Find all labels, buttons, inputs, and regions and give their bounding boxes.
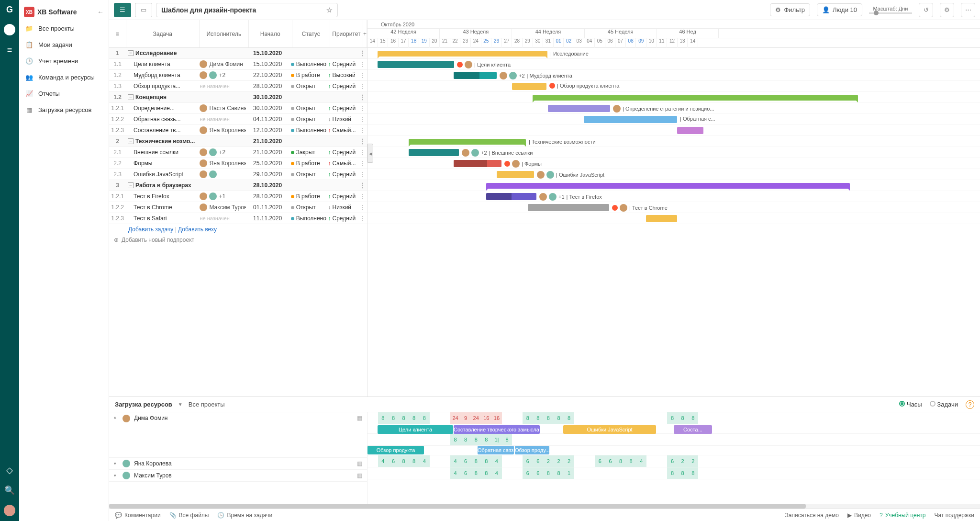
favorite-icon[interactable]: ☆ <box>326 6 333 14</box>
workload-cell[interactable] <box>595 412 605 424</box>
workload-cell[interactable] <box>399 467 409 479</box>
workload-cell[interactable]: 8 <box>554 412 564 424</box>
workload-cell[interactable]: 8 <box>481 455 492 467</box>
workload-cell[interactable] <box>584 412 595 424</box>
workload-cell[interactable] <box>646 467 657 479</box>
workload-cell[interactable]: 8 <box>481 467 492 479</box>
task-row[interactable]: 2 −Технические возмо... 21.10.2020 ⋮ <box>109 136 367 147</box>
gantt-view-button[interactable]: ☰ <box>114 3 131 17</box>
workload-cell[interactable]: 8 <box>388 412 399 424</box>
collapse-icon[interactable]: − <box>128 182 134 188</box>
workload-cell[interactable]: 6 <box>460 455 471 467</box>
row-menu-icon[interactable]: ⋮ <box>359 160 367 167</box>
col-owner[interactable]: Исполнитель <box>200 20 249 47</box>
gantt-bar[interactable]: | Обзор продукта клиента <box>512 83 546 90</box>
history-icon[interactable]: ↺ <box>919 3 933 17</box>
workload-cell[interactable]: 2 <box>543 455 554 467</box>
workload-cell[interactable]: 8 <box>543 467 554 479</box>
workload-cell[interactable] <box>584 467 595 479</box>
workload-cell[interactable] <box>636 467 646 479</box>
task-row[interactable]: 2.2 Формы Яна Королева 25.10.2020 В рабо… <box>109 158 367 169</box>
workload-cell[interactable] <box>646 412 657 424</box>
settings-icon[interactable]: ⚙ <box>940 3 954 17</box>
task-row[interactable]: 1.2.1 Определение... Настя Савина 30.10.… <box>109 103 367 114</box>
workload-cell[interactable]: 8 <box>543 412 554 424</box>
workload-taskbar[interactable]: Обзор проду... <box>515 446 549 454</box>
workload-cell[interactable] <box>430 412 440 424</box>
workload-cell[interactable] <box>626 412 636 424</box>
timeline-chart[interactable]: Октябрь 2020 42 Неделя43 Неделя44 Неделя… <box>368 20 980 396</box>
workload-cell[interactable] <box>430 434 440 445</box>
workload-cell[interactable] <box>574 467 585 479</box>
workload-cell[interactable] <box>574 412 585 424</box>
user-avatar[interactable] <box>4 505 15 516</box>
workload-cell[interactable]: 6 <box>605 455 616 467</box>
col-task[interactable]: Задача <box>126 20 200 47</box>
workload-cell[interactable]: 6 <box>460 467 471 479</box>
workload-cell[interactable] <box>440 412 450 424</box>
workload-cell[interactable] <box>440 455 450 467</box>
workload-cell[interactable]: 6 <box>533 455 544 467</box>
workload-cell[interactable]: 8 <box>554 467 564 479</box>
sidebar-item-0[interactable]: 📁 Все проекты <box>19 20 109 36</box>
row-menu-icon[interactable]: ⋮ <box>359 215 367 222</box>
gantt-bar[interactable]: +2 | Мудборд клиента <box>454 72 497 79</box>
row-menu-icon[interactable]: ⋮ <box>359 127 367 134</box>
workload-cell[interactable] <box>636 412 646 424</box>
horizontal-scrollbar[interactable] <box>109 504 980 509</box>
workload-cell[interactable]: 8 <box>409 412 419 424</box>
add-column-button[interactable]: + <box>363 20 367 47</box>
workload-cell[interactable] <box>595 467 605 479</box>
task-row[interactable]: 1.2.3 Тест в Safari не назначен 11.11.20… <box>109 213 367 224</box>
collapse-sidebar-icon[interactable]: ← <box>97 8 104 16</box>
chat-link[interactable]: Чат поддержки <box>935 512 974 519</box>
workload-cell[interactable]: 6 <box>388 455 399 467</box>
collapse-icon[interactable]: − <box>128 138 134 144</box>
gantt-bar[interactable]: | Тест в Chrome <box>528 204 609 211</box>
workload-cell[interactable]: 8 <box>471 434 481 445</box>
workload-help-icon[interactable]: ? <box>966 400 974 409</box>
workload-cell[interactable] <box>657 412 668 424</box>
workload-cell[interactable]: 4 <box>419 455 430 467</box>
workload-cell[interactable] <box>502 467 512 479</box>
row-menu-icon[interactable]: ⋮ <box>359 204 367 211</box>
workload-cell[interactable] <box>574 455 585 467</box>
project-title-input[interactable]: Шаблон для дизайн-проекта ☆ <box>156 3 338 17</box>
calendar-icon[interactable]: ▦ <box>357 415 362 421</box>
col-start[interactable]: Начало <box>249 20 292 47</box>
workload-cell[interactable] <box>419 467 430 479</box>
calendar-icon[interactable]: ▦ <box>357 460 362 467</box>
sidebar-item-4[interactable]: 📈 Отчеты <box>19 85 109 102</box>
workload-cell[interactable]: 8 <box>615 455 626 467</box>
workload-cell[interactable]: 8 <box>409 455 419 467</box>
workload-cell[interactable] <box>657 467 668 479</box>
gantt-bar[interactable]: | Исследование <box>378 51 547 57</box>
workload-cell[interactable] <box>657 455 668 467</box>
task-row[interactable]: 1 −Исследование 15.10.2020 ⋮ <box>109 48 367 59</box>
task-row[interactable]: 3 −Работа в браузерах 28.10.2020 ⋮ <box>109 180 367 191</box>
row-menu-icon[interactable]: ⋮ <box>359 138 367 145</box>
row-menu-icon[interactable]: ⋮ <box>359 105 367 112</box>
sort-icon[interactable]: ≡ <box>109 20 126 47</box>
row-menu-icon[interactable]: ⋮ <box>359 193 367 200</box>
workload-cell[interactable]: 6 <box>533 467 544 479</box>
task-row[interactable]: 1.2.2 Тест в Chrome Максим Туров 01.11.2… <box>109 202 367 213</box>
workspace-header[interactable]: XB XB Software ← <box>19 4 109 20</box>
workload-cell[interactable]: 1| <box>491 434 502 445</box>
workload-cell[interactable]: 8 <box>533 412 544 424</box>
workload-cell[interactable]: 4 <box>636 455 646 467</box>
workload-cell[interactable]: 8 <box>481 434 492 445</box>
comments-button[interactable]: 💬 Комментарии <box>115 512 161 519</box>
people-button[interactable]: 👤Люди 10 <box>817 3 862 16</box>
filter-button[interactable]: ⚙Фильтр <box>770 3 810 16</box>
board-view-button[interactable]: ▭ <box>135 3 152 17</box>
workload-person[interactable]: ▴ Дима Фомин ▦ <box>109 412 367 458</box>
workload-cell[interactable] <box>605 412 616 424</box>
workload-cell[interactable]: 2 <box>564 455 574 467</box>
menu-icon[interactable]: ≡ <box>4 44 15 56</box>
workload-cell[interactable]: 9 <box>460 412 471 424</box>
search-icon[interactable]: 🔍 <box>4 485 15 496</box>
help-link[interactable]: ? Учебный центр <box>880 512 925 519</box>
gantt-bar[interactable]: | Обратная с... <box>584 116 677 123</box>
workload-cell[interactable]: 8 <box>678 412 688 424</box>
